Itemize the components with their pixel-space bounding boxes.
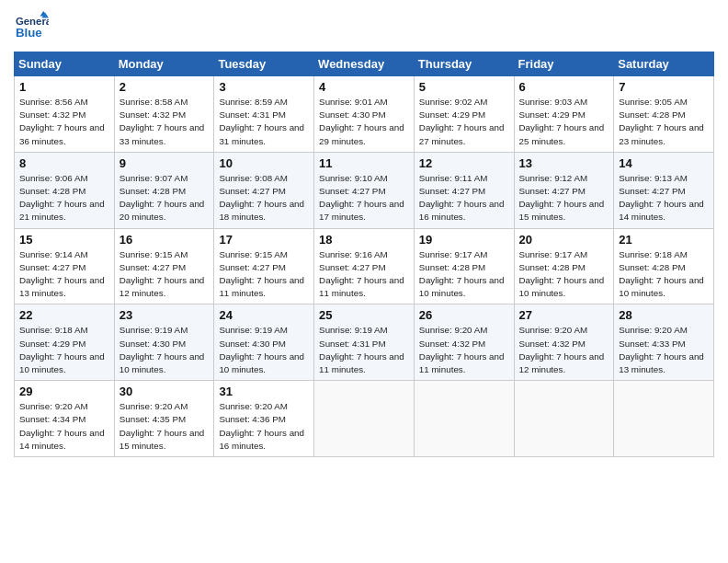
calendar-day-cell: 13 Sunrise: 9:12 AMSunset: 4:27 PMDaylig… [514,152,614,228]
day-info: Sunrise: 9:20 AMSunset: 4:35 PMDaylight:… [119,401,205,451]
day-number: 1 [19,80,109,94]
day-number: 2 [119,80,210,94]
calendar-day-cell: 31 Sunrise: 9:20 AMSunset: 4:36 PMDaylig… [214,381,314,457]
day-info: Sunrise: 9:20 AMSunset: 4:34 PMDaylight:… [19,401,105,451]
calendar-day-cell [614,381,714,457]
weekday-header-cell: Thursday [414,52,514,76]
day-number: 28 [619,308,709,322]
day-info: Sunrise: 9:12 AMSunset: 4:27 PMDaylight:… [519,173,605,223]
weekday-header-cell: Tuesday [214,52,314,76]
calendar-week-row: 1 Sunrise: 8:56 AMSunset: 4:32 PMDayligh… [15,76,714,153]
day-number: 24 [219,308,309,322]
calendar-day-cell: 1 Sunrise: 8:56 AMSunset: 4:32 PMDayligh… [15,76,115,153]
day-number: 18 [319,233,409,247]
day-number: 13 [519,156,609,170]
day-info: Sunrise: 9:20 AMSunset: 4:32 PMDaylight:… [419,325,505,374]
weekday-header-row: SundayMondayTuesdayWednesdayThursdayFrid… [15,52,714,76]
day-info: Sunrise: 9:19 AMSunset: 4:30 PMDaylight:… [219,325,304,374]
weekday-header-cell: Monday [114,52,214,76]
calendar-day-cell: 18 Sunrise: 9:16 AMSunset: 4:27 PMDaylig… [314,228,415,304]
page-header: General Blue [14,9,714,44]
day-info: Sunrise: 9:15 AMSunset: 4:27 PMDaylight:… [219,249,304,299]
calendar-day-cell [314,381,415,457]
calendar-day-cell: 28 Sunrise: 9:20 AMSunset: 4:33 PMDaylig… [614,304,714,381]
day-number: 3 [219,80,309,94]
day-number: 27 [519,308,609,322]
day-number: 20 [519,233,609,247]
calendar-day-cell: 12 Sunrise: 9:11 AMSunset: 4:27 PMDaylig… [414,152,514,228]
calendar-day-cell: 19 Sunrise: 9:17 AMSunset: 4:28 PMDaylig… [414,228,514,304]
day-info: Sunrise: 9:10 AMSunset: 4:27 PMDaylight:… [319,173,404,223]
day-number: 7 [619,80,709,94]
weekday-header-cell: Wednesday [314,52,415,76]
calendar-day-cell: 25 Sunrise: 9:19 AMSunset: 4:31 PMDaylig… [314,304,415,381]
day-info: Sunrise: 9:01 AMSunset: 4:30 PMDaylight:… [319,97,404,146]
svg-text:Blue: Blue [16,26,42,40]
calendar-table: SundayMondayTuesdayWednesdayThursdayFrid… [14,52,714,457]
calendar-day-cell: 20 Sunrise: 9:17 AMSunset: 4:28 PMDaylig… [514,228,614,304]
day-info: Sunrise: 9:15 AMSunset: 4:27 PMDaylight:… [119,249,205,299]
day-info: Sunrise: 9:20 AMSunset: 4:32 PMDaylight:… [519,325,605,374]
day-number: 9 [119,156,210,170]
calendar-week-row: 15 Sunrise: 9:14 AMSunset: 4:27 PMDaylig… [15,228,714,304]
calendar-day-cell: 23 Sunrise: 9:19 AMSunset: 4:30 PMDaylig… [114,304,214,381]
day-number: 14 [619,156,709,170]
calendar-day-cell: 26 Sunrise: 9:20 AMSunset: 4:32 PMDaylig… [414,304,514,381]
calendar-day-cell: 11 Sunrise: 9:10 AMSunset: 4:27 PMDaylig… [314,152,415,228]
calendar-week-row: 22 Sunrise: 9:18 AMSunset: 4:29 PMDaylig… [15,304,714,381]
calendar-body: 1 Sunrise: 8:56 AMSunset: 4:32 PMDayligh… [15,76,714,457]
day-info: Sunrise: 9:18 AMSunset: 4:28 PMDaylight:… [619,249,704,299]
day-number: 31 [219,385,309,398]
calendar-day-cell: 17 Sunrise: 9:15 AMSunset: 4:27 PMDaylig… [214,228,314,304]
day-info: Sunrise: 9:11 AMSunset: 4:27 PMDaylight:… [419,173,505,223]
day-number: 23 [119,308,210,322]
day-info: Sunrise: 9:05 AMSunset: 4:28 PMDaylight:… [619,97,704,146]
calendar-week-row: 8 Sunrise: 9:06 AMSunset: 4:28 PMDayligh… [15,152,714,228]
day-info: Sunrise: 9:03 AMSunset: 4:29 PMDaylight:… [519,97,605,146]
day-info: Sunrise: 9:06 AMSunset: 4:28 PMDaylight:… [19,173,105,223]
day-number: 29 [19,385,109,398]
calendar-day-cell: 2 Sunrise: 8:58 AMSunset: 4:32 PMDayligh… [114,76,214,153]
day-number: 12 [419,156,509,170]
day-info: Sunrise: 8:56 AMSunset: 4:32 PMDaylight:… [19,97,105,146]
calendar-day-cell: 9 Sunrise: 9:07 AMSunset: 4:28 PMDayligh… [114,152,214,228]
calendar-day-cell: 30 Sunrise: 9:20 AMSunset: 4:35 PMDaylig… [114,381,214,457]
day-number: 17 [219,233,309,247]
day-info: Sunrise: 9:02 AMSunset: 4:29 PMDaylight:… [419,97,505,146]
day-info: Sunrise: 9:20 AMSunset: 4:36 PMDaylight:… [219,401,304,451]
day-number: 22 [19,308,109,322]
calendar-day-cell [414,381,514,457]
day-number: 5 [419,80,509,94]
day-info: Sunrise: 8:59 AMSunset: 4:31 PMDaylight:… [219,97,304,146]
day-number: 19 [419,233,509,247]
calendar-day-cell: 8 Sunrise: 9:06 AMSunset: 4:28 PMDayligh… [15,152,115,228]
logo: General Blue [14,9,52,44]
logo-icon: General Blue [14,9,49,44]
calendar-day-cell: 4 Sunrise: 9:01 AMSunset: 4:30 PMDayligh… [314,76,415,153]
weekday-header-cell: Saturday [614,52,714,76]
day-info: Sunrise: 9:20 AMSunset: 4:33 PMDaylight:… [619,325,704,374]
calendar-day-cell: 29 Sunrise: 9:20 AMSunset: 4:34 PMDaylig… [15,381,115,457]
weekday-header-cell: Sunday [15,52,115,76]
day-number: 21 [619,233,709,247]
day-info: Sunrise: 9:07 AMSunset: 4:28 PMDaylight:… [119,173,205,223]
day-number: 11 [319,156,409,170]
calendar-day-cell: 14 Sunrise: 9:13 AMSunset: 4:27 PMDaylig… [614,152,714,228]
day-number: 8 [19,156,109,170]
page-container: General Blue SundayMondayTuesdayWednesda… [0,0,728,466]
day-number: 15 [19,233,109,247]
weekday-header-cell: Friday [514,52,614,76]
day-info: Sunrise: 8:58 AMSunset: 4:32 PMDaylight:… [119,97,205,146]
calendar-day-cell: 16 Sunrise: 9:15 AMSunset: 4:27 PMDaylig… [114,228,214,304]
calendar-day-cell: 10 Sunrise: 9:08 AMSunset: 4:27 PMDaylig… [214,152,314,228]
calendar-week-row: 29 Sunrise: 9:20 AMSunset: 4:34 PMDaylig… [15,381,714,457]
calendar-day-cell: 6 Sunrise: 9:03 AMSunset: 4:29 PMDayligh… [514,76,614,153]
calendar-day-cell: 7 Sunrise: 9:05 AMSunset: 4:28 PMDayligh… [614,76,714,153]
calendar-day-cell: 5 Sunrise: 9:02 AMSunset: 4:29 PMDayligh… [414,76,514,153]
day-number: 16 [119,233,210,247]
day-info: Sunrise: 9:14 AMSunset: 4:27 PMDaylight:… [19,249,105,299]
day-info: Sunrise: 9:17 AMSunset: 4:28 PMDaylight:… [419,249,505,299]
day-info: Sunrise: 9:18 AMSunset: 4:29 PMDaylight:… [19,325,105,374]
calendar-day-cell: 21 Sunrise: 9:18 AMSunset: 4:28 PMDaylig… [614,228,714,304]
day-number: 26 [419,308,509,322]
